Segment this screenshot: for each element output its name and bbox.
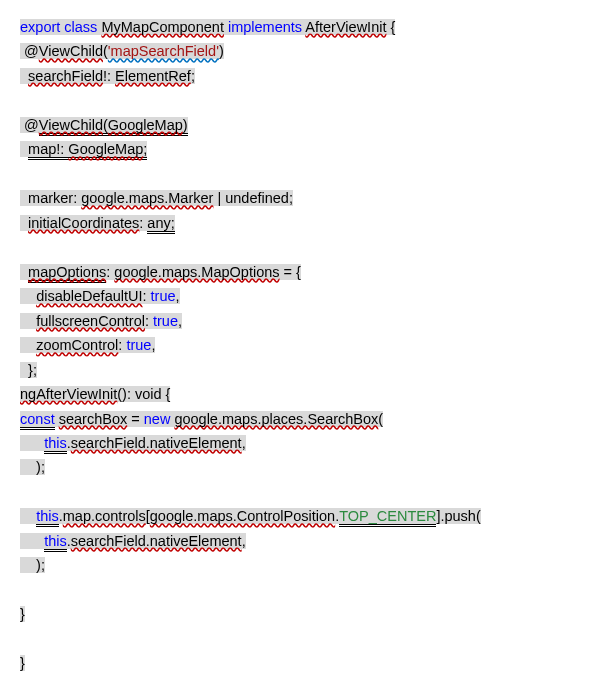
code-line: disableDefaultUI: true, bbox=[20, 285, 576, 307]
blank-line bbox=[20, 89, 576, 111]
code-line: ); bbox=[20, 554, 576, 576]
code-line: export class MyMapComponent implements A… bbox=[20, 16, 576, 38]
code-line: const searchBox = new google.maps.places… bbox=[20, 408, 576, 430]
code-line: initialCoordinates: any; bbox=[20, 212, 576, 234]
code-line: zoomControl: true, bbox=[20, 334, 576, 356]
code-block: export class MyMapComponent implements A… bbox=[20, 16, 576, 675]
code-line: marker: google.maps.Marker | undefined; bbox=[20, 187, 576, 209]
code-line: searchField!: ElementRef; bbox=[20, 65, 576, 87]
code-line: this.map.controls[google.maps.ControlPos… bbox=[20, 505, 576, 527]
code-line: mapOptions: google.maps.MapOptions = { bbox=[20, 261, 576, 283]
code-line: @ViewChild(GoogleMap) bbox=[20, 114, 576, 136]
blank-line bbox=[20, 163, 576, 185]
code-line: this.searchField.nativeElement, bbox=[20, 530, 576, 552]
code-line: fullscreenControl: true, bbox=[20, 310, 576, 332]
code-line: ngAfterViewInit(): void { bbox=[20, 383, 576, 405]
code-line: ); bbox=[20, 456, 576, 478]
code-line: }; bbox=[20, 359, 576, 381]
blank-line bbox=[20, 628, 576, 650]
blank-line bbox=[20, 579, 576, 601]
code-line: } bbox=[20, 603, 576, 625]
code-line: this.searchField.nativeElement, bbox=[20, 432, 576, 454]
code-line: @ViewChild('mapSearchField') bbox=[20, 40, 576, 62]
code-line: map!: GoogleMap; bbox=[20, 138, 576, 160]
code-line: } bbox=[20, 652, 576, 674]
blank-line bbox=[20, 236, 576, 258]
blank-line bbox=[20, 481, 576, 503]
